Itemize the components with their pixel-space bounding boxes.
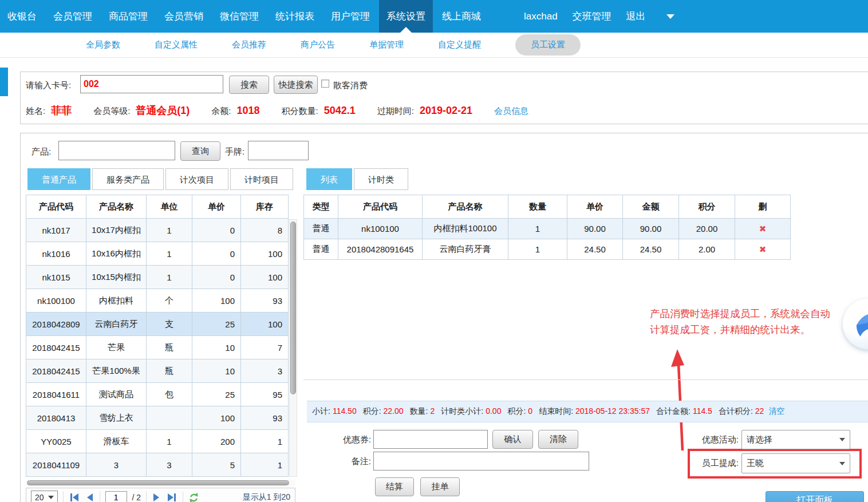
cart-column-header: 产品代码 xyxy=(338,195,423,219)
top-nav-item[interactable]: 用户管理 xyxy=(323,0,377,33)
refresh-icon[interactable] xyxy=(188,492,199,502)
product-row[interactable]: nk1017 10x17内框扣 1 0 8 xyxy=(26,219,289,242)
remark-input[interactable] xyxy=(373,452,589,471)
product-row[interactable]: 20180413 雪纺上衣 100 93 xyxy=(26,406,289,430)
summary-item: 小计: 114.50 xyxy=(312,406,357,417)
cart-tab[interactable]: 列表 xyxy=(306,168,352,190)
search-button[interactable]: 搜索 xyxy=(229,76,269,94)
product-tab[interactable]: 普通产品 xyxy=(27,168,90,190)
top-nav-item[interactable]: 收银台 xyxy=(0,0,44,33)
top-nav-item[interactable]: 商品管理 xyxy=(101,0,155,33)
delete-item-icon[interactable]: ✖ xyxy=(759,224,767,234)
member-points: 5042.1 xyxy=(324,105,356,117)
card-number-input[interactable] xyxy=(80,75,223,93)
product-row[interactable]: 2018042809 云南白药牙 支 25 100 xyxy=(26,313,289,336)
sub-nav-item[interactable]: 自定义提醒 xyxy=(438,39,481,50)
product-column-header: 单位 xyxy=(147,195,192,219)
product-tab[interactable]: 计时项目 xyxy=(230,168,293,190)
product-row[interactable]: nk1016 10x16内框扣 1 0 100 xyxy=(26,242,289,266)
product-tabs: 普通产品 服务类产品 计次项目 计时项目 xyxy=(27,168,293,190)
order-summary-bar: 小计: 114.50 积分: 22.00 数量: 2 计时类小计: 0.00 xyxy=(307,401,868,422)
cart-tabs: 列表 计时类 xyxy=(306,168,408,190)
clear-cart-link[interactable]: 清空 xyxy=(768,406,784,417)
product-tab[interactable]: 服务类产品 xyxy=(92,168,164,190)
product-column-header: 产品代码 xyxy=(26,195,86,219)
hold-order-button[interactable]: 挂单 xyxy=(420,477,460,496)
product-row[interactable]: 2018041611 测试商品 包 25 95 xyxy=(26,383,289,406)
coupon-input[interactable] xyxy=(373,430,488,449)
staff-commission-select[interactable]: 王晓 xyxy=(741,453,850,473)
sub-nav-item[interactable]: 商户公告 xyxy=(301,39,335,50)
quick-search-button[interactable]: 快捷搜索 xyxy=(274,76,318,94)
top-nav-item[interactable]: 会员管理 xyxy=(46,0,100,33)
next-page-button[interactable] xyxy=(152,493,161,501)
vertical-scrollbar-thumb[interactable] xyxy=(290,222,296,394)
delete-item-icon[interactable]: ✖ xyxy=(759,244,767,254)
cart-column-header: 金额 xyxy=(623,195,679,219)
shift-management-link[interactable]: 交班管理 xyxy=(573,10,611,23)
product-row[interactable]: 2018041109 3 3 5 1 xyxy=(26,453,289,477)
product-label: 产品: xyxy=(31,147,51,157)
product-row[interactable]: nk1015 10x15内框扣 1 0 100 xyxy=(26,266,289,289)
top-nav-item[interactable]: 会员营销 xyxy=(157,0,211,33)
walkin-label: 散客消费 xyxy=(333,80,368,91)
page-size-select[interactable]: 20 xyxy=(31,491,58,502)
product-tab[interactable]: 计次项目 xyxy=(165,168,228,190)
hand-tag-label: 手牌: xyxy=(225,147,244,157)
cart-column-header: 单价 xyxy=(567,195,623,219)
prev-page-button[interactable] xyxy=(85,493,94,501)
clear-button[interactable]: 清除 xyxy=(538,430,578,449)
confirm-button[interactable]: 确认 xyxy=(492,430,533,449)
product-row[interactable]: nk100100 内框扣料 个 100 93 xyxy=(26,289,289,313)
page-number-input[interactable] xyxy=(105,491,127,502)
chevron-down-icon xyxy=(839,462,845,465)
product-table-header: 产品代码产品名称单位单价库存 xyxy=(26,195,289,219)
divider xyxy=(146,492,147,502)
summary-item: 结束时间: 2018-05-12 23:35:57 xyxy=(539,406,650,417)
product-row[interactable]: 2018042415 芒果100%果 瓶 10 3 xyxy=(26,359,289,383)
top-nav-item[interactable]: 微信管理 xyxy=(212,0,266,33)
open-panel-button[interactable]: 打开面板 xyxy=(766,491,864,502)
product-row[interactable]: 2018042415 芒果 瓶 10 7 xyxy=(26,336,289,359)
first-page-button[interactable] xyxy=(69,493,80,501)
product-row[interactable]: YY0025 滑板车 1 200 1 xyxy=(26,430,289,453)
top-nav-user-area: laxchad 交班管理 退出 xyxy=(524,0,646,33)
member-name: 菲菲 xyxy=(51,104,72,117)
divider xyxy=(100,492,100,502)
user-menu-chevron-down-icon[interactable] xyxy=(666,14,674,19)
member-level: 普通会员(1) xyxy=(136,104,190,117)
query-button[interactable]: 查询 xyxy=(180,141,220,161)
walkin-checkbox[interactable] xyxy=(321,80,329,88)
top-nav-item[interactable]: 线上商城 xyxy=(435,0,488,33)
remark-label: 备注: xyxy=(321,456,371,467)
sub-nav-item[interactable]: 员工设置 xyxy=(515,34,581,56)
pos-screen: 收银台 会员管理 商品管理 会员营销 微信管理 统计报表 用户管理 xyxy=(0,0,868,502)
vertical-scrollbar[interactable] xyxy=(289,219,297,477)
member-info-link[interactable]: 会员信息 xyxy=(494,106,528,117)
cart-tab[interactable]: 计时类 xyxy=(354,168,408,190)
member-expire-date: 2019-02-21 xyxy=(420,105,472,117)
horizontal-scrollbar-thumb[interactable] xyxy=(27,480,289,485)
logout-link[interactable]: 退出 xyxy=(626,10,646,23)
sub-nav-item[interactable]: 会员推荐 xyxy=(232,39,266,50)
coupon-label: 优惠券: xyxy=(321,434,371,445)
side-edge-tab[interactable] xyxy=(0,68,8,96)
product-search-input[interactable] xyxy=(58,141,175,160)
top-nav: 收银台 会员管理 商品管理 会员营销 微信管理 统计报表 用户管理 xyxy=(0,0,868,33)
chevron-down-icon xyxy=(839,438,845,441)
name-label: 姓名: xyxy=(26,106,45,117)
horizontal-scrollbar[interactable] xyxy=(26,480,295,487)
last-page-button[interactable] xyxy=(166,493,177,501)
product-column-header: 库存 xyxy=(241,195,289,219)
sub-nav-item[interactable]: 单据管理 xyxy=(369,39,404,50)
settle-button[interactable]: 结算 xyxy=(375,477,414,496)
divider xyxy=(63,492,64,502)
top-nav-item[interactable]: 统计报表 xyxy=(268,0,322,33)
divider xyxy=(303,380,868,380)
top-nav-item[interactable]: 系统设置 xyxy=(379,0,433,33)
hand-tag-input[interactable] xyxy=(248,141,309,160)
sub-nav-item[interactable]: 自定义属性 xyxy=(155,39,198,50)
promo-select[interactable]: 请选择 xyxy=(741,430,850,449)
sub-nav-item[interactable]: 全局参数 xyxy=(86,39,120,50)
balance-label: 余额: xyxy=(211,106,231,117)
